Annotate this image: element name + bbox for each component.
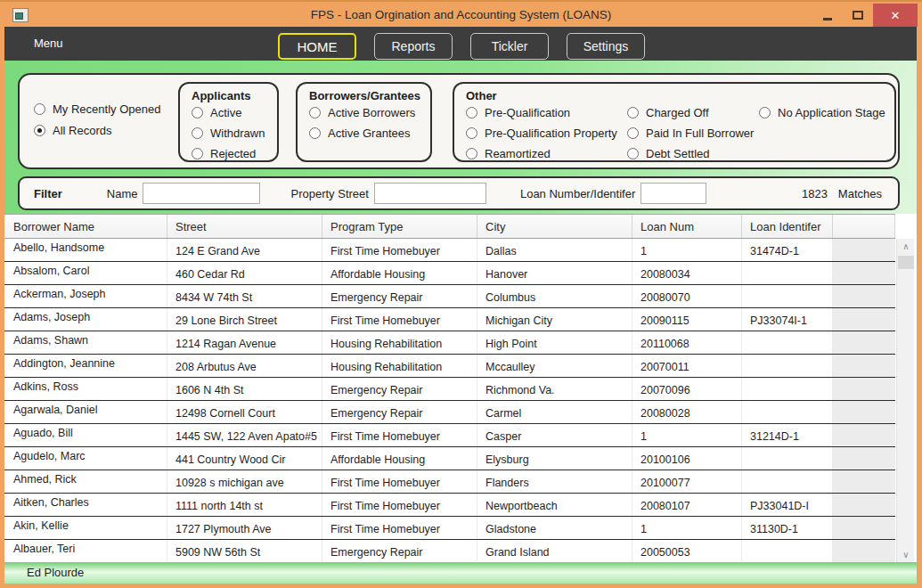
chevron-down-icon: ∨ bbox=[902, 550, 909, 559]
table-cell: 1727 Plymouth Ave bbox=[167, 517, 322, 539]
table-row[interactable]: Ahmed, Rick10928 s michigan aveFirst Tim… bbox=[4, 470, 895, 494]
radio-debt-settled[interactable]: Debt Settled bbox=[627, 147, 759, 160]
table-row[interactable]: Albauer, Teri5909 NW 56th StEmergency Re… bbox=[4, 540, 895, 563]
table-row[interactable]: Ackerman, Joseph8434 W 74th StEmergency … bbox=[4, 285, 895, 308]
radio-no-application-stage[interactable]: No Application Stage bbox=[759, 106, 885, 119]
menu-button-settings[interactable]: Settings bbox=[567, 33, 645, 60]
table-cell: 124 E Grand Ave bbox=[167, 239, 322, 261]
header-cell-empty[interactable] bbox=[833, 215, 895, 238]
table-cell: Dallas bbox=[477, 239, 632, 261]
header-cell-borrower-name[interactable]: Borrower Name bbox=[4, 215, 167, 238]
table-cell: 20080028 bbox=[632, 401, 742, 423]
table-cell: Abello, Handsome bbox=[4, 239, 167, 261]
table-cell: 1214 Ragan Avenue bbox=[167, 331, 322, 354]
close-button[interactable]: ✕ bbox=[873, 4, 918, 28]
table-cell: 1 bbox=[632, 424, 742, 446]
table-row[interactable]: Aitken, Charles1111 north 14th stFirst T… bbox=[4, 494, 895, 517]
scroll-down-button[interactable]: ∨ bbox=[897, 547, 915, 562]
radio-label: No Application Stage bbox=[778, 106, 885, 119]
header-cell-loan-identifer[interactable]: Loan Identifer bbox=[742, 215, 833, 238]
table-cell: PJ33041D-I bbox=[742, 494, 833, 516]
loan-number-identifer-input[interactable] bbox=[641, 183, 706, 204]
table-row[interactable]: Aguado, Bill1445 SW, 122 Aven Apato#5Fir… bbox=[4, 424, 895, 447]
table-cell bbox=[742, 401, 833, 423]
table-row[interactable]: Absalom, Carol460 Cedar RdAffordable Hou… bbox=[4, 262, 895, 285]
groupbox-applicants: ApplicantsActiveWithdrawnRejected bbox=[178, 82, 279, 162]
table-cell: 208 Arbutus Ave bbox=[167, 355, 322, 377]
radio-active-grantees[interactable]: Active Grantees bbox=[309, 127, 415, 140]
radio-active-borrowers[interactable]: Active Borrowers bbox=[309, 106, 415, 119]
table-cell: 1606 N 4th St bbox=[167, 378, 322, 400]
scroll-up-button[interactable]: ∧ bbox=[897, 239, 915, 254]
table-cell bbox=[833, 447, 895, 470]
table-cell: Agudelo, Marc bbox=[4, 447, 167, 470]
scroll-thumb[interactable] bbox=[898, 256, 914, 269]
table-cell bbox=[833, 470, 895, 493]
radio-label: Withdrawn bbox=[210, 127, 265, 140]
table-cell bbox=[742, 470, 833, 493]
radio-label: Pre-Qualification bbox=[485, 106, 570, 119]
header-cell-loan-num[interactable]: Loan Num bbox=[632, 215, 742, 238]
table-cell: Emergency Repair bbox=[322, 378, 477, 400]
radio-label: Pre-Qualification Property bbox=[485, 127, 617, 140]
radio-icon bbox=[627, 107, 639, 118]
name-input[interactable] bbox=[143, 183, 260, 204]
table-cell: Richmond Va. bbox=[477, 378, 632, 400]
radio-my-recently-opened[interactable]: My Recently Opened bbox=[34, 102, 160, 116]
radio-rejected[interactable]: Rejected bbox=[192, 147, 265, 160]
property-street-input[interactable] bbox=[374, 183, 486, 204]
radio-charged-off[interactable]: Charged Off bbox=[627, 106, 759, 119]
radio-label: Charged Off bbox=[646, 106, 709, 119]
table-cell: Agarwala, Daniel bbox=[4, 401, 167, 423]
filter-title: Filter bbox=[34, 187, 62, 200]
close-icon: ✕ bbox=[891, 9, 901, 22]
table-cell bbox=[742, 285, 833, 307]
header-cell-program-type[interactable]: Program Type bbox=[322, 215, 477, 238]
table-cell: Emergency Repair bbox=[322, 401, 477, 423]
table-row[interactable]: Agudelo, Marc441 Country Wood CirAfforda… bbox=[4, 447, 895, 470]
radio-paid-in-full-borrower[interactable]: Paid In Full Borrower bbox=[627, 127, 759, 140]
table-row[interactable]: Agarwala, Daniel12498 Cornell CourtEmerg… bbox=[4, 401, 895, 424]
matches-count: 1823 bbox=[802, 187, 828, 200]
radio-all-records[interactable]: All Records bbox=[34, 124, 160, 137]
table-cell bbox=[833, 262, 895, 284]
filter-zone: My Recently OpenedAll Records Applicants… bbox=[4, 61, 917, 214]
table-row[interactable]: Addington, Jeannine208 Arbutus AveHousin… bbox=[4, 355, 895, 378]
table-cell: Carmel bbox=[477, 401, 632, 423]
table-row[interactable]: Abello, Handsome124 E Grand AveFirst Tim… bbox=[4, 239, 895, 262]
radio-icon bbox=[627, 148, 639, 159]
radio-active[interactable]: Active bbox=[192, 106, 265, 119]
maximize-button[interactable] bbox=[843, 3, 873, 28]
table-row[interactable]: Adams, Shawn1214 Ragan AvenueHousing Reh… bbox=[4, 331, 895, 355]
table-row[interactable]: Akin, Kellie1727 Plymouth AveFirst Time … bbox=[4, 517, 895, 540]
radio-reamortized[interactable]: Reamortized bbox=[466, 147, 627, 160]
table-cell bbox=[833, 494, 895, 516]
table-cell: 20050053 bbox=[632, 540, 742, 562]
table-cell: 20090115 bbox=[632, 308, 742, 331]
radio-pre-qualification[interactable]: Pre-Qualification bbox=[466, 106, 627, 119]
radio-icon bbox=[466, 107, 477, 118]
table-row[interactable]: Adams, Joseph29 Lone Birch StreetFirst T… bbox=[4, 308, 895, 331]
radio-withdrawn[interactable]: Withdrawn bbox=[192, 127, 265, 140]
minimize-button[interactable] bbox=[812, 3, 843, 28]
table-cell bbox=[833, 540, 895, 562]
radio-label: My Recently Opened bbox=[53, 102, 160, 116]
menu-button-home[interactable]: HOME bbox=[278, 33, 356, 60]
table-cell: Absalom, Carol bbox=[4, 262, 167, 284]
table-cell: Mccaulley bbox=[477, 355, 632, 377]
vertical-scrollbar[interactable]: ∧ ∨ bbox=[896, 239, 914, 562]
header-cell-city[interactable]: City bbox=[477, 215, 632, 238]
table-cell: 5909 NW 56th St bbox=[167, 540, 322, 562]
radio-icon bbox=[759, 107, 771, 118]
menu-label[interactable]: Menu bbox=[34, 27, 63, 61]
filter-field-label: Name bbox=[107, 187, 138, 200]
table-cell: Casper bbox=[477, 424, 632, 446]
radio-label: Reamortized bbox=[485, 147, 551, 160]
table-row[interactable]: Adkins, Ross1606 N 4th StEmergency Repai… bbox=[4, 378, 895, 401]
header-cell-street[interactable]: Street bbox=[167, 215, 322, 238]
menu-button-tickler[interactable]: Tickler bbox=[470, 33, 549, 60]
matches-label: Matches bbox=[838, 187, 882, 200]
menu-button-reports[interactable]: Reports bbox=[374, 33, 453, 60]
maximize-icon bbox=[853, 11, 863, 20]
radio-pre-qualification-property[interactable]: Pre-Qualification Property bbox=[466, 127, 627, 140]
